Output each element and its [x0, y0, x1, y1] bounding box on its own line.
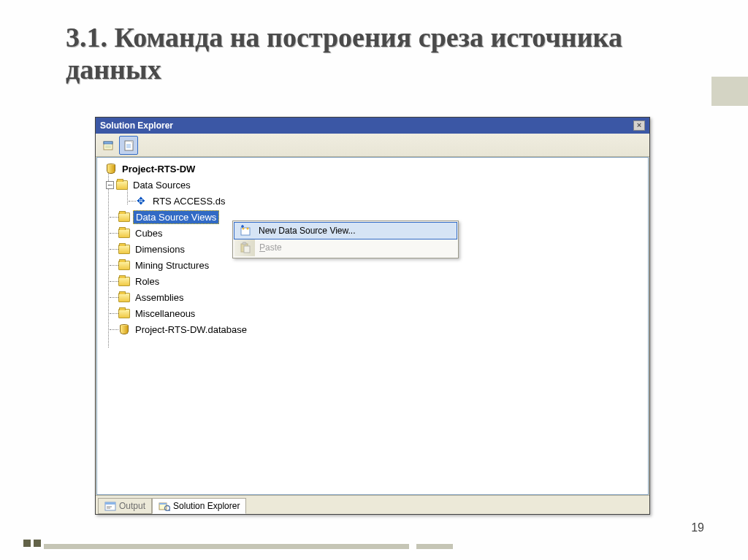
menu-item-label: New Data Source View...: [259, 226, 356, 236]
tree-label: Miscellaneous: [133, 307, 197, 320]
tab-label: Output: [119, 501, 145, 511]
tab-label: Solution Explorer: [173, 501, 240, 511]
svg-point-11: [247, 228, 249, 230]
svg-rect-20: [159, 503, 167, 505]
database-file-icon: [118, 323, 131, 335]
slide-decoration: [416, 544, 453, 549]
paste-icon: [239, 241, 252, 254]
solution-explorer-panel: Solution Explorer × Project-RTS-DW −: [95, 117, 650, 515]
folder-icon: [118, 307, 131, 319]
tree-node-data-sources[interactable]: − Data Sources: [99, 177, 646, 193]
tab-solution-explorer[interactable]: Solution Explorer: [152, 498, 246, 514]
menu-item-paste: Paste: [234, 239, 457, 256]
close-icon[interactable]: ×: [633, 120, 645, 131]
output-tab-icon: [104, 501, 116, 511]
tree-label: Mining Structures: [133, 259, 211, 272]
folder-icon: [115, 179, 129, 191]
tree-label: Dimensions: [133, 243, 187, 256]
tree-node-project-database[interactable]: Project-RTS-DW.database: [99, 321, 646, 337]
svg-line-22: [169, 510, 170, 511]
tree-node-rts-access[interactable]: RTS ACCESS.ds: [99, 193, 646, 209]
tree-label: Cubes: [133, 227, 165, 239]
tree-label: Data Sources: [131, 179, 193, 191]
toolbar-show-all-button[interactable]: [119, 136, 138, 155]
menu-item-new-data-source-view[interactable]: New Data Source View...: [234, 222, 457, 239]
panel-titlebar[interactable]: Solution Explorer ×: [96, 118, 649, 134]
panel-title: Solution Explorer: [100, 120, 173, 131]
slide-decoration: [44, 544, 409, 549]
tree-label: Assemblies: [133, 291, 186, 304]
tree-node-mining-structures[interactable]: Mining Structures: [99, 257, 646, 273]
tree-label: Roles: [133, 275, 161, 288]
tree-node-roles[interactable]: Roles: [99, 273, 646, 289]
tree-node-miscellaneous[interactable]: Miscellaneous: [99, 305, 646, 321]
folder-icon: [118, 211, 131, 223]
tree-label: Project-RTS-DW: [120, 163, 197, 175]
svg-rect-16: [105, 502, 115, 505]
data-source-icon: [135, 195, 148, 207]
solution-explorer-tab-icon: [159, 501, 170, 511]
svg-rect-1: [104, 142, 112, 144]
folder-icon: [118, 275, 131, 287]
panel-tabs: Output Solution Explorer: [96, 495, 649, 514]
database-project-icon: [104, 163, 118, 174]
svg-rect-13: [243, 242, 246, 245]
slide-title: 3.1. Команда на построения среза источни…: [66, 22, 665, 85]
tab-output[interactable]: Output: [98, 498, 152, 514]
project-tree[interactable]: Project-RTS-DW − Data Sources RTS ACCESS…: [96, 157, 649, 495]
folder-icon: [118, 259, 131, 271]
tree-node-project[interactable]: Project-RTS-DW: [99, 161, 646, 177]
tree-node-assemblies[interactable]: Assemblies: [99, 289, 646, 305]
slide-decoration: [711, 77, 748, 106]
panel-toolbar: [96, 134, 649, 157]
page-number: 19: [691, 521, 704, 534]
folder-icon: [118, 227, 131, 239]
context-menu: New Data Source View... Paste: [232, 220, 459, 258]
tree-label: Data Source Views: [133, 210, 219, 224]
slide-decoration: [34, 540, 41, 547]
menu-item-label: Paste: [259, 242, 282, 253]
new-data-source-view-icon: [239, 224, 252, 237]
folder-icon: [118, 291, 131, 303]
tree-label: Project-RTS-DW.database: [133, 323, 249, 336]
folder-icon: [118, 243, 131, 255]
slide-decoration: [23, 540, 31, 547]
toolbar-properties-button[interactable]: [99, 136, 118, 155]
svg-rect-14: [244, 246, 250, 253]
tree-label: RTS ACCESS.ds: [150, 195, 227, 207]
